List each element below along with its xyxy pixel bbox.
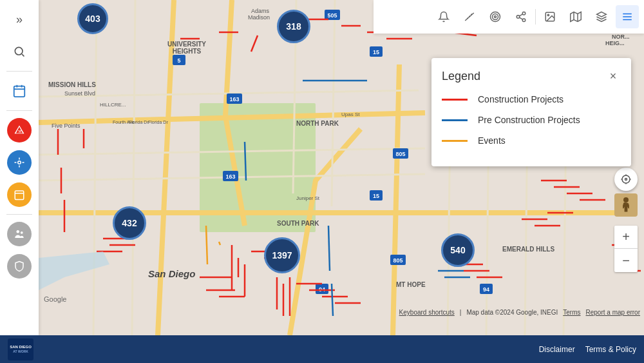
search-icon xyxy=(13,45,26,58)
svg-text:SOUTH PARK: SOUTH PARK xyxy=(277,220,319,227)
sidebar-search[interactable] xyxy=(5,37,33,66)
sidebar-people[interactable] xyxy=(5,220,33,248)
svg-point-61 xyxy=(516,15,520,19)
sidebar-divider-3 xyxy=(6,214,32,215)
svg-line-63 xyxy=(519,17,522,19)
footer: SAN DIEGO AT WORK Disclaimer Terms & Pol… xyxy=(0,335,644,363)
toolbar-divider xyxy=(535,9,536,25)
cluster-540[interactable]: 540 xyxy=(441,233,475,267)
svg-line-64 xyxy=(519,14,522,16)
svg-point-60 xyxy=(522,12,526,15)
svg-text:UNIVERSITY: UNIVERSITY xyxy=(167,41,206,48)
svg-point-75 xyxy=(625,179,627,181)
svg-text:San Diego: San Diego xyxy=(148,268,195,279)
disclaimer-link[interactable]: Disclaimer xyxy=(539,345,575,354)
svg-line-42 xyxy=(22,54,24,56)
pre-construction-line-indicator xyxy=(442,119,468,121)
svg-point-62 xyxy=(522,19,526,22)
cluster-1397[interactable]: 1397 xyxy=(264,237,300,273)
menu-button[interactable] xyxy=(616,5,639,28)
map-svg: 5 805 805 163 163 15 15 94 94 505 UNIVER… xyxy=(0,0,644,335)
ruler-button[interactable] xyxy=(458,5,481,28)
svg-text:505: 505 xyxy=(327,12,337,19)
location-button[interactable] xyxy=(614,168,638,191)
sidebar-events[interactable] xyxy=(5,181,33,209)
expand-icon: » xyxy=(16,13,23,26)
logo-line1: SAN DIEGO xyxy=(10,344,32,349)
legend-label-pre-construction: Pre Construction Projects xyxy=(478,115,580,125)
svg-text:Juniper St: Juniper St xyxy=(296,195,320,201)
svg-point-41 xyxy=(15,47,23,55)
svg-text:HILLCRE...: HILLCRE... xyxy=(100,102,126,108)
svg-text:163: 163 xyxy=(229,96,239,103)
bell-button[interactable] xyxy=(432,5,455,28)
zoom-controls: + − xyxy=(614,226,638,272)
svg-text:15: 15 xyxy=(373,49,379,55)
svg-marker-67 xyxy=(571,12,582,22)
svg-text:Madison: Madison xyxy=(248,14,270,21)
svg-text:Sunset Blvd: Sunset Blvd xyxy=(64,90,95,97)
svg-text:805: 805 xyxy=(395,151,405,157)
svg-text:5: 5 xyxy=(177,57,180,64)
sidebar-shield[interactable] xyxy=(5,252,33,280)
map-attribution: Keyboard shortcuts | Map data ©2024 Goog… xyxy=(395,308,644,317)
sidebar-expand[interactable]: » xyxy=(5,5,33,34)
legend-title: Legend xyxy=(442,70,480,83)
svg-point-56 xyxy=(21,231,23,234)
svg-text:NOR...: NOR... xyxy=(612,34,630,40)
svg-text:NORTH PARK: NORTH PARK xyxy=(296,120,339,127)
svg-point-74 xyxy=(622,175,630,183)
legend-item-construction: Construction Projects xyxy=(442,94,621,104)
cluster-318[interactable]: 318 xyxy=(277,10,310,43)
construction-icon: ⚒ xyxy=(7,118,32,142)
sidebar-divider-2 xyxy=(6,110,32,111)
svg-point-59 xyxy=(495,16,497,18)
svg-point-48 xyxy=(18,161,21,164)
svg-text:94: 94 xyxy=(483,286,489,293)
svg-text:Adams: Adams xyxy=(251,8,270,14)
svg-point-66 xyxy=(547,14,549,15)
svg-text:Five Points: Five Points xyxy=(52,123,80,129)
svg-text:MT HOPE: MT HOPE xyxy=(396,281,426,288)
svg-text:805: 805 xyxy=(393,257,402,264)
sidebar-construction[interactable]: ⚒ xyxy=(5,116,33,144)
svg-point-55 xyxy=(17,230,20,233)
terms-policy-link[interactable]: Terms & Policy xyxy=(585,345,636,354)
legend-item-events: Events xyxy=(442,135,621,146)
svg-text:Upas St: Upas St xyxy=(341,112,360,117)
streetview-button[interactable] xyxy=(614,193,638,217)
toolbar xyxy=(374,0,644,34)
shield-icon xyxy=(7,254,32,279)
svg-text:163: 163 xyxy=(225,173,235,180)
zoom-in-button[interactable]: + xyxy=(614,226,638,249)
svg-text:HEIG...: HEIG... xyxy=(605,40,625,46)
logo-line2: AT WORK xyxy=(13,349,28,354)
legend-item-pre-construction: Pre Construction Projects xyxy=(442,115,621,125)
svg-text:Florida Dr: Florida Dr xyxy=(129,120,149,124)
map-container[interactable]: 5 805 805 163 163 15 15 94 94 505 UNIVER… xyxy=(0,0,644,335)
logo-badge: SAN DIEGO AT WORK xyxy=(8,338,33,360)
cluster-432[interactable]: 432 xyxy=(113,206,146,240)
sidebar-calendar[interactable] xyxy=(5,77,33,105)
construction-line-indicator xyxy=(442,99,468,101)
sidebar-utility[interactable] xyxy=(5,148,33,177)
layers-button[interactable] xyxy=(590,5,613,28)
footer-links: Disclaimer Terms & Policy xyxy=(539,345,636,354)
svg-point-80 xyxy=(623,197,629,202)
svg-point-58 xyxy=(493,14,498,20)
google-watermark: Google xyxy=(44,295,66,303)
share-button[interactable] xyxy=(509,5,533,28)
utility-icon xyxy=(7,150,32,175)
svg-text:15: 15 xyxy=(373,193,379,199)
zoom-out-button[interactable]: − xyxy=(614,249,638,272)
events-icon xyxy=(7,182,32,207)
legend-close-button[interactable]: × xyxy=(605,68,621,84)
target-button[interactable] xyxy=(484,5,507,28)
sidebar-divider-1 xyxy=(6,71,32,72)
map-alt-button[interactable] xyxy=(564,5,587,28)
cluster-403[interactable]: 403 xyxy=(77,3,108,34)
people-icon xyxy=(7,222,32,246)
image-button[interactable] xyxy=(538,5,562,28)
legend-label-events: Events xyxy=(478,135,506,146)
svg-marker-70 xyxy=(597,12,607,17)
